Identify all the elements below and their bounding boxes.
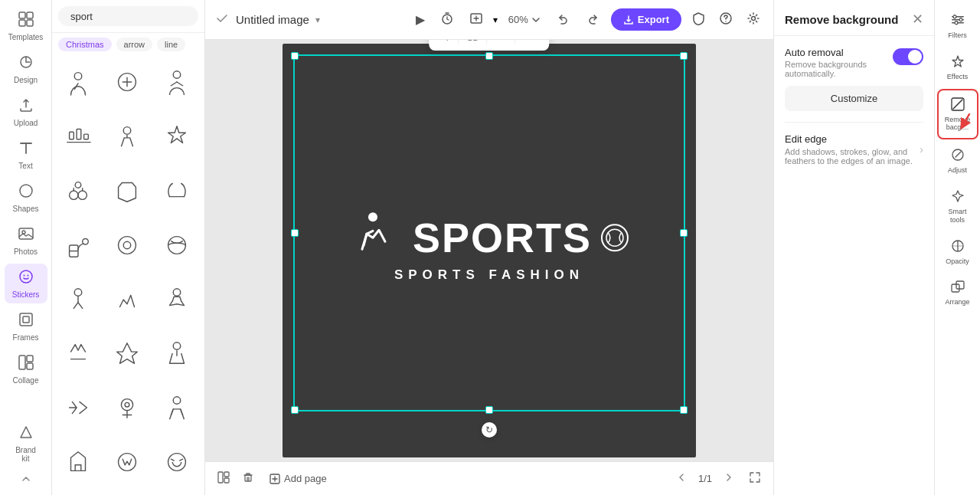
arrange-tool[interactable]: Arrange [937,273,978,313]
sidebar-item-frames[interactable]: Frames [5,307,47,346]
timer-btn[interactable] [435,8,459,32]
bottom-bar: Add page 1/1 [205,461,773,495]
doc-title-dropdown-btn[interactable]: ▾ [315,15,320,25]
resize-btn[interactable] [464,8,488,32]
sticker-item[interactable] [154,222,200,268]
prev-page-btn[interactable] [671,468,692,490]
canvas-area[interactable]: SPORTS SPORTS FASHION [205,40,773,461]
opacity-tool[interactable]: Opacity [937,232,978,272]
redo-btn[interactable] [580,8,605,32]
svg-rect-0 [19,12,25,18]
svg-rect-66 [956,281,964,289]
filters-tool[interactable]: Filters [937,6,978,46]
sports-sub-text: SPORTS FASHION [394,267,584,283]
sidebar-item-upload[interactable]: Upload [5,92,47,132]
sticker-item[interactable] [55,168,101,214]
sticker-item[interactable] [55,330,101,376]
svg-rect-6 [19,228,33,239]
search-input[interactable] [70,11,199,22]
sidebar-item-design[interactable]: Design [5,49,47,89]
svg-point-43 [725,21,726,21]
adjust-icon [950,147,965,165]
help-icon-btn[interactable] [715,8,737,32]
auto-removal-section: Auto removal Remove backgrounds automati… [774,36,934,122]
svg-point-61 [955,21,958,25]
svg-point-8 [20,270,32,283]
shield-icon-btn[interactable] [688,8,709,32]
remove-bg-tool[interactable]: Removebacgr... [937,89,978,140]
sidebar-item-stickers[interactable]: Stickers [5,264,47,303]
svg-rect-52 [224,472,229,477]
text-icon [18,139,34,160]
sticker-item[interactable] [104,385,150,431]
svg-rect-11 [20,313,32,326]
sidebar-item-text[interactable]: Text [5,135,47,175]
edit-edge-row[interactable]: Edit edge Add shadows, strokes, glow, an… [774,123,934,176]
sidebar-item-brand[interactable]: Brandkit [5,419,47,467]
page-indicator: 1/1 [698,473,712,484]
sticker-item[interactable] [154,59,200,105]
svg-point-37 [173,397,181,405]
smart-tools-tool[interactable]: Smarttools [937,182,978,231]
effects-tool[interactable]: Effects [937,48,978,87]
sidebar-item-templates[interactable]: Templates [5,6,47,46]
sticker-item[interactable] [104,277,150,323]
svg-point-36 [125,403,129,408]
canvas-background: SPORTS SPORTS FASHION [283,44,696,457]
sticker-item[interactable] [104,439,150,485]
svg-rect-1 [27,12,33,18]
sticker-item[interactable] [55,439,101,485]
customize-btn[interactable]: Customize [785,86,923,111]
sidebar-item-label-shapes: Shapes [13,205,39,213]
sticker-item[interactable] [55,385,101,431]
sidebar-item-photos[interactable]: Photos [5,221,47,261]
undo-btn[interactable] [551,8,576,32]
sidebar-item-collage[interactable]: Collage [5,349,47,389]
grid-view-btn[interactable] [214,468,233,490]
search-box[interactable]: ✕ [58,6,198,26]
svg-point-28 [83,238,89,244]
sticker-item[interactable] [154,277,200,323]
svg-point-59 [953,15,956,18]
sticker-item[interactable] [154,385,200,431]
sticker-item[interactable] [55,113,101,159]
settings-icon-btn[interactable] [743,8,764,32]
sticker-item[interactable] [55,59,101,105]
sticker-item[interactable] [104,113,150,159]
sticker-item[interactable] [104,330,150,376]
tag-christmas[interactable]: Christmas [58,38,112,51]
sticker-item[interactable] [104,222,150,268]
sticker-item[interactable] [154,168,200,214]
tag-line[interactable]: line [157,38,185,51]
play-preview-btn[interactable]: ▶ [410,8,430,31]
export-btn[interactable]: Export [611,8,681,31]
close-panel-btn[interactable]: ✕ [912,11,923,28]
sticker-item[interactable] [154,330,200,376]
svg-point-29 [119,236,136,254]
sticker-item[interactable] [104,168,150,214]
sticker-item[interactable] [55,222,101,268]
panel-header: Remove background ✕ [774,0,934,36]
add-page-btn[interactable]: Add page [263,470,333,487]
svg-rect-22 [84,134,89,139]
zoom-control[interactable]: 60% [502,10,547,29]
sticker-item[interactable] [55,277,101,323]
fullscreen-btn[interactable] [746,468,764,490]
tag-arrow[interactable]: arrow [116,38,153,51]
svg-rect-15 [27,363,33,369]
sidebar-item-shapes[interactable]: Shapes [5,178,47,218]
sidebar-collapse-btn[interactable] [5,467,47,489]
opacity-label: Opacity [946,257,969,266]
adjust-tool[interactable]: Adjust [937,141,978,181]
sticker-item[interactable] [154,113,200,159]
sticker-panel: ✕ Christmas arrow line [52,0,205,495]
sticker-item[interactable] [154,439,200,485]
right-tools: Filters Effects Removebacgr... Adjust Sm… [934,0,980,495]
sidebar-item-label-text: Text [18,162,32,170]
remove-bg-icon [950,97,965,114]
sidebar-item-label-design: Design [14,76,38,84]
auto-removal-toggle[interactable] [893,48,923,65]
next-page-btn[interactable] [718,468,740,490]
delete-page-btn[interactable] [239,468,257,490]
sticker-item[interactable] [104,59,150,105]
